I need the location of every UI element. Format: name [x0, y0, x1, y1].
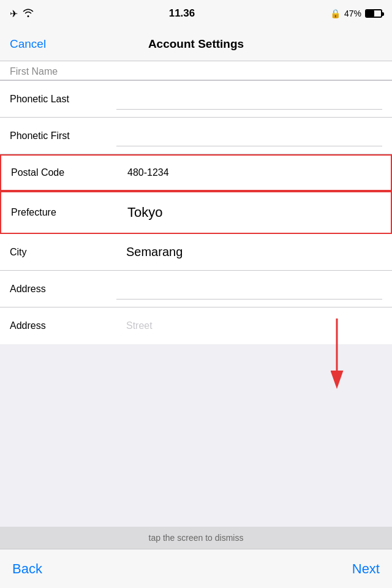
phonetic-first-label: Phonetic First	[10, 130, 126, 141]
first-name-row-partial: First Name	[0, 61, 392, 80]
airplane-icon: ✈	[10, 8, 18, 20]
bottom-toolbar: Back Next	[0, 549, 392, 588]
wifi-icon	[23, 9, 34, 19]
address2-label: Address	[10, 320, 126, 331]
page-title: Account Settings	[148, 37, 244, 51]
lock-icon: 🔒	[330, 9, 341, 18]
city-row[interactable]: City Semarang	[0, 234, 392, 271]
postal-code-row[interactable]: Postal Code 480-1234	[0, 154, 392, 191]
status-time: 11.36	[169, 7, 195, 20]
phonetic-first-underline	[116, 146, 382, 146]
phonetic-last-underline	[116, 109, 382, 110]
phonetic-first-row[interactable]: Phonetic First	[0, 118, 392, 154]
battery-icon	[365, 9, 382, 18]
address2-row[interactable]: Address Street	[0, 307, 392, 344]
next-button[interactable]: Next	[352, 561, 380, 577]
city-label: City	[10, 247, 126, 258]
status-right: 🔒 47%	[330, 9, 382, 18]
nav-bar: Cancel Account Settings	[0, 27, 392, 61]
back-button[interactable]: Back	[12, 561, 42, 577]
bottom-hint-text: tap the screen to dismiss	[149, 533, 244, 543]
address2-value: Street	[126, 320, 382, 331]
status-left: ✈	[10, 8, 34, 20]
address1-row[interactable]: Address	[0, 271, 392, 307]
postal-code-label: Postal Code	[11, 167, 127, 178]
prefecture-label: Prefecture	[11, 207, 127, 218]
battery-percent: 47%	[344, 9, 361, 18]
address1-underline	[116, 299, 382, 300]
phonetic-last-label: Phonetic Last	[10, 94, 126, 105]
phonetic-last-row[interactable]: Phonetic Last	[0, 81, 392, 118]
prefecture-value: Tokyo	[127, 205, 381, 221]
prefecture-row[interactable]: Prefecture Tokyo	[0, 191, 392, 234]
address1-label: Address	[10, 284, 126, 295]
postal-code-value: 480-1234	[127, 167, 381, 178]
bottom-hint: tap the screen to dismiss	[0, 527, 392, 549]
first-name-label: First Name	[10, 66, 132, 77]
cancel-button[interactable]: Cancel	[10, 37, 46, 51]
status-bar: ✈ 11.36 🔒 47%	[0, 0, 392, 27]
city-value: Semarang	[126, 245, 382, 259]
